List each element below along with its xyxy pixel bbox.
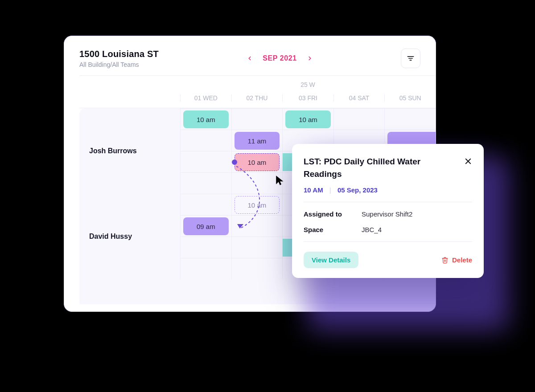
event-chip[interactable]: 11 am bbox=[235, 132, 280, 150]
person-name: Josh Burrows bbox=[79, 108, 180, 194]
card-header: 1500 Louisiana ST All Building/All Teams… bbox=[64, 36, 436, 75]
location-block: 1500 Louisiana ST All Building/All Teams bbox=[79, 49, 159, 68]
assigned-label: Assigned to bbox=[304, 210, 362, 218]
day-header: 02 THU bbox=[231, 94, 283, 102]
assigned-value: Supervisor Shift2 bbox=[362, 210, 472, 218]
close-icon bbox=[464, 157, 472, 165]
prev-month-button[interactable] bbox=[247, 55, 253, 61]
delete-label: Delete bbox=[452, 256, 472, 264]
popup-time: 10 AM bbox=[304, 186, 323, 194]
week-label: 25 W bbox=[282, 81, 333, 88]
close-button[interactable] bbox=[464, 157, 472, 165]
view-details-button[interactable]: View Details bbox=[304, 252, 358, 268]
event-chip-dragging[interactable]: 10 am bbox=[235, 153, 280, 171]
event-chip[interactable]: 10 am bbox=[183, 110, 229, 128]
month-navigator: SEP 2021 bbox=[247, 54, 313, 62]
cursor-icon bbox=[275, 175, 286, 186]
popup-details: Assigned to Supervisor Shift2 Space JBC_… bbox=[304, 210, 472, 233]
day-header: 05 SUN bbox=[384, 94, 436, 102]
day-header: 03 FRI bbox=[282, 94, 333, 102]
event-popup: LST: PDC Daily Chilled Water Readings 10… bbox=[292, 144, 484, 278]
filter-icon bbox=[406, 54, 415, 63]
event-chip-ghost[interactable]: 10 am bbox=[235, 196, 280, 214]
day-header: 01 WED bbox=[180, 94, 231, 102]
event-chip[interactable]: 09 am bbox=[183, 217, 229, 235]
person-name: David Hussy bbox=[79, 194, 180, 279]
filter-button[interactable] bbox=[401, 49, 420, 68]
event-chip[interactable]: 10 am bbox=[285, 110, 331, 128]
delete-button[interactable]: Delete bbox=[441, 256, 472, 264]
month-label: SEP 2021 bbox=[263, 54, 297, 62]
day-header: 04 SAT bbox=[333, 94, 385, 102]
popup-datetime: 10 AM | 05 Sep, 2023 bbox=[304, 186, 472, 194]
next-month-button[interactable] bbox=[307, 55, 313, 61]
trash-icon bbox=[441, 257, 449, 264]
popup-date: 05 Sep, 2023 bbox=[337, 186, 378, 194]
calendar-header: 25 W 01 WED 02 THU 03 FRI 04 SAT 05 SUN bbox=[79, 75, 436, 108]
popup-title: LST: PDC Daily Chilled Water Readings bbox=[304, 155, 437, 180]
space-label: Space bbox=[304, 226, 362, 233]
location-title: 1500 Louisiana ST bbox=[79, 49, 159, 59]
location-subtitle: All Building/All Teams bbox=[79, 61, 159, 68]
chevron-left-icon bbox=[247, 55, 253, 61]
chevron-right-icon bbox=[307, 55, 313, 61]
space-value: JBC_4 bbox=[362, 226, 472, 233]
